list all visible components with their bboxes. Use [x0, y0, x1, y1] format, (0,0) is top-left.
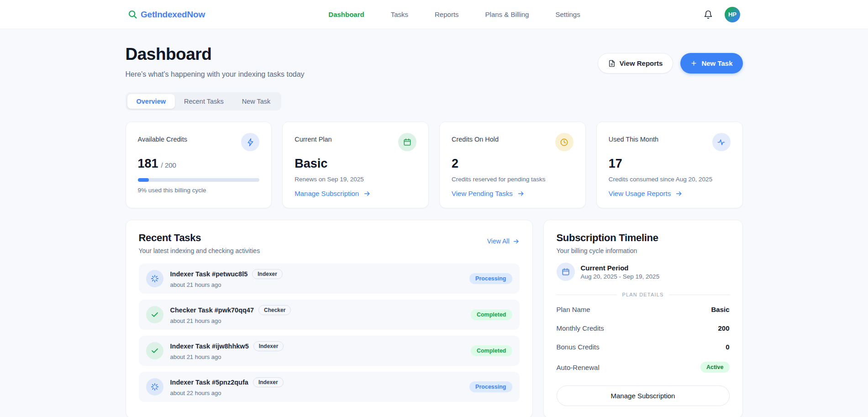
plan-detail-value: 0	[726, 343, 729, 351]
credits-on-hold-note: Credits reserved for pending tasks	[452, 176, 573, 183]
task-type-badge: Indexer	[253, 377, 284, 387]
task-list: Indexer Task #petwuc8l5 Indexer about 21…	[139, 264, 520, 402]
clock-icon	[555, 133, 573, 151]
manage-subscription-link-label: Manage Subscription	[295, 190, 359, 197]
check-icon	[151, 347, 159, 355]
task-title: Checker Task #pwk70qq47	[170, 306, 254, 314]
task-status-badge: Processing	[469, 273, 512, 284]
task-status-badge: Processing	[469, 381, 512, 392]
plan-detail-row: Auto-Renewal Active	[557, 356, 730, 378]
plan-detail-value: Active	[700, 362, 730, 373]
arrow-right-icon	[513, 238, 520, 245]
lightning-icon	[241, 133, 259, 151]
plan-detail-row: Bonus Credits 0	[557, 338, 730, 356]
subscription-title: Subscription Timeline	[557, 232, 730, 244]
current-plan-value: Basic	[295, 157, 327, 171]
current-period-label: Current Period	[581, 264, 660, 272]
task-time: about 21 hours ago	[170, 317, 471, 324]
plan-details-divider: PLAN DETAILS	[557, 292, 730, 297]
activity-icon	[712, 133, 731, 151]
user-avatar[interactable]: HP	[725, 7, 740, 22]
plan-details-list: Plan Name Basic Monthly Credits 200 Bonu…	[557, 300, 730, 378]
nav-tasks[interactable]: Tasks	[391, 11, 408, 18]
used-this-month-note: Credits consumed since Aug 20, 2025	[609, 176, 731, 183]
view-reports-button[interactable]: View Reports	[598, 53, 673, 74]
task-title: Indexer Task #5pnz2qufa	[170, 379, 248, 386]
nav-dashboard[interactable]: Dashboard	[328, 11, 364, 18]
task-row[interactable]: Indexer Task #ijw8hhkw5 Indexer about 21…	[139, 336, 520, 366]
task-row[interactable]: Checker Task #pwk70qq47 Checker about 21…	[139, 300, 520, 330]
current-period-value: Aug 20, 2025 - Sep 19, 2025	[581, 273, 660, 280]
arrow-right-icon	[517, 190, 525, 197]
available-credits-note: 9% used this billing cycle	[138, 187, 260, 194]
plus-icon	[690, 60, 697, 67]
manage-subscription-button[interactable]: Manage Subscription	[557, 385, 730, 406]
task-status-icon	[146, 342, 163, 359]
arrow-right-icon	[675, 190, 683, 197]
plan-detail-row: Plan Name Basic	[557, 300, 730, 319]
plan-detail-value: Basic	[711, 306, 729, 313]
app-logo[interactable]: GetIndexedNow	[128, 10, 205, 20]
manage-subscription-link[interactable]: Manage Subscription	[295, 190, 371, 197]
new-task-button[interactable]: New Task	[680, 53, 742, 74]
view-tabs: Overview Recent Tasks New Task	[126, 92, 282, 111]
view-usage-reports-link-label: View Usage Reports	[609, 190, 671, 197]
new-task-label: New Task	[701, 59, 732, 67]
task-time: about 21 hours ago	[170, 354, 471, 360]
view-pending-tasks-link[interactable]: View Pending Tasks	[452, 190, 525, 197]
plan-detail-label: Plan Name	[557, 306, 590, 313]
top-header: GetIndexedNow Dashboard Tasks Reports Pl…	[0, 0, 868, 29]
nav-plans-billing[interactable]: Plans & Billing	[485, 11, 529, 18]
page-title: Dashboard	[126, 45, 305, 64]
tab-overview[interactable]: Overview	[127, 94, 175, 109]
task-row[interactable]: Indexer Task #5pnz2qufa Indexer about 22…	[139, 372, 520, 402]
task-time: about 21 hours ago	[170, 281, 470, 288]
main-nav: Dashboard Tasks Reports Plans & Billing …	[205, 11, 704, 18]
task-status-badge: Completed	[471, 345, 512, 356]
arrow-right-icon	[363, 190, 371, 197]
task-row[interactable]: Indexer Task #petwuc8l5 Indexer about 21…	[139, 264, 520, 294]
used-this-month-value: 17	[609, 157, 622, 171]
plan-detail-label: Bonus Credits	[557, 343, 600, 351]
calendar-icon	[398, 133, 416, 151]
available-credits-total: / 200	[161, 161, 176, 169]
credits-progress-bar	[138, 178, 260, 182]
stats-row: Available Credits 181 / 200 9% used this…	[126, 121, 743, 208]
plan-detail-label: Auto-Renewal	[557, 364, 600, 371]
tab-new-task[interactable]: New Task	[233, 94, 280, 109]
document-icon	[608, 60, 615, 67]
task-title: Indexer Task #ijw8hhkw5	[170, 343, 249, 350]
plan-details-label: PLAN DETAILS	[622, 292, 663, 297]
available-credits-label: Available Credits	[138, 133, 188, 143]
view-usage-reports-link[interactable]: View Usage Reports	[609, 190, 683, 197]
available-credits-value: 181	[138, 157, 158, 171]
view-all-link[interactable]: View All	[487, 238, 520, 245]
credits-on-hold-value: 2	[452, 157, 458, 171]
plan-detail-value: 200	[718, 324, 729, 332]
current-period-row: Current Period Aug 20, 2025 - Sep 19, 20…	[557, 263, 730, 281]
recent-tasks-panel: Recent Tasks Your latest indexing and ch…	[126, 220, 533, 417]
task-status-icon	[146, 378, 163, 396]
nav-reports[interactable]: Reports	[435, 11, 459, 18]
task-type-badge: Indexer	[253, 341, 284, 351]
used-this-month-card: Used This Month 17 Credits consumed sinc…	[596, 121, 743, 208]
credits-on-hold-card: Credits On Hold 2 Credits reserved for p…	[439, 121, 586, 208]
notification-bell-icon[interactable]	[704, 10, 713, 19]
task-status-icon	[146, 306, 163, 323]
search-logo-icon	[128, 10, 137, 19]
task-time: about 22 hours ago	[170, 390, 470, 396]
credits-on-hold-label: Credits On Hold	[452, 133, 499, 143]
current-plan-card: Current Plan Basic Renews on Sep 19, 202…	[282, 121, 429, 208]
tab-recent-tasks[interactable]: Recent Tasks	[175, 94, 233, 109]
available-credits-card: Available Credits 181 / 200 9% used this…	[126, 121, 272, 208]
check-icon	[151, 311, 159, 319]
task-type-badge: Checker	[258, 305, 291, 315]
task-status-badge: Completed	[471, 309, 512, 320]
subscription-timeline-panel: Subscription Timeline Your billing cycle…	[543, 220, 743, 417]
task-title: Indexer Task #petwuc8l5	[170, 270, 248, 278]
view-pending-tasks-link-label: View Pending Tasks	[452, 190, 513, 197]
nav-settings[interactable]: Settings	[555, 11, 580, 18]
subscription-subtitle: Your billing cycle information	[557, 247, 730, 254]
page-subtitle: Here's what's happening with your indexi…	[126, 70, 305, 79]
logo-text: GetIndexedNow	[141, 10, 205, 20]
